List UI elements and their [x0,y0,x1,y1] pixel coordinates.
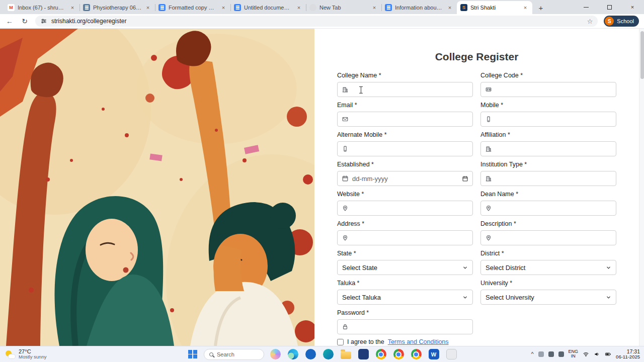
email-input[interactable] [337,112,473,127]
weather-widget[interactable]: 27°C Mostly sunny [5,348,46,360]
email-field[interactable] [352,116,468,123]
description-field[interactable] [496,234,612,242]
tab-physiotherapy-file[interactable]: Physiotherapy 06.11.2025 (1).al × [79,1,155,14]
field-established: Established * [337,161,473,186]
college-code-label: College Code * [480,72,616,79]
copilot-app-button[interactable] [269,348,282,361]
state-select-value: Select State [342,264,377,272]
password-label: Password * [337,309,473,316]
established-date-input[interactable] [337,171,473,186]
password-input[interactable] [337,319,473,334]
building-icon [485,175,492,182]
description-input[interactable] [480,230,616,245]
tab-close-icon[interactable]: × [144,5,151,11]
district-select[interactable]: Select District [480,260,616,275]
chrome-button-3[interactable] [410,348,423,361]
windows-logo-icon [188,350,197,359]
college-name-field[interactable] [352,86,468,94]
site-info-icon[interactable] [40,18,47,25]
taskbar-search[interactable]: Search [204,349,264,360]
browser-profile-chip[interactable]: S School [604,16,639,27]
tab-close-icon[interactable]: × [69,5,76,11]
edge-app-button[interactable] [286,348,299,361]
dean-name-input[interactable] [480,201,616,216]
envelope-icon [342,116,349,123]
url-text[interactable]: strishakti.org/collegeregister [51,18,583,25]
tab-gmail-inbox[interactable]: M Inbox (67) - shrunkhala.kaushik × [4,1,79,14]
taluka-select-value: Select Taluka [342,294,381,301]
address-input[interactable] [337,230,473,245]
website-field[interactable] [352,205,468,212]
page-content: College Register College Name * College … [0,29,644,346]
college-code-field[interactable] [496,86,612,94]
taluka-label: Taluka * [337,280,473,287]
file-explorer-button[interactable] [339,348,352,361]
tray-hidden-icon[interactable] [548,351,554,357]
terms-checkbox[interactable] [337,339,344,345]
tab-close-icon[interactable]: × [371,5,378,11]
state-select[interactable]: Select State [337,260,473,275]
alternate-mobile-field[interactable] [352,145,468,153]
dean-name-field[interactable] [496,205,612,212]
wifi-icon[interactable] [583,351,589,357]
tab-untitled-document[interactable]: Untitled document - Google D × [230,1,306,14]
start-button[interactable] [186,348,199,361]
field-institution-type: Institution Type * [480,161,616,186]
close-button[interactable]: × [621,0,644,14]
reload-icon[interactable]: ↻ [20,17,29,25]
tab-information-swayamsiddha[interactable]: Information about Swayamsidd × [381,1,457,14]
chrome-icon [376,349,386,359]
tray-hidden-icon[interactable] [558,351,564,357]
tab-title: Physiotherapy 06.11.2025 (1).al [93,5,141,11]
maximize-button[interactable] [598,0,621,14]
university-select[interactable]: Select University [480,290,616,305]
snip-tool-button[interactable] [445,348,458,361]
tab-formatted-copy[interactable]: Formatted copy of Physiothera × [155,1,230,14]
tab-close-icon[interactable]: × [295,5,302,11]
field-state: State * Select State [337,250,473,275]
tab-close-icon[interactable]: × [220,5,227,11]
tab-new-tab[interactable]: New Tab × [306,1,381,14]
taluka-select[interactable]: Select Taluka [337,290,473,305]
battery-icon[interactable] [605,351,611,357]
back-icon[interactable]: ← [5,17,14,25]
tab-title: Stri Shakti [470,5,519,11]
district-label: District * [480,250,616,257]
address-field[interactable] [352,234,468,242]
tab-close-icon[interactable]: × [446,5,453,11]
show-hidden-icons-button[interactable]: ^ [531,351,533,357]
minimize-button[interactable] [575,0,598,14]
affiliation-input[interactable] [480,141,616,156]
website-input[interactable] [337,201,473,216]
tab-stri-shakti-active[interactable]: S Stri Shakti × [457,1,532,14]
app-button-teal[interactable] [321,348,335,361]
affiliation-field[interactable] [496,145,612,153]
college-code-input[interactable] [480,82,616,97]
word-button[interactable]: W [427,348,440,361]
chrome-button-2[interactable] [392,348,405,361]
institution-type-field[interactable] [496,175,612,183]
institution-type-input[interactable] [480,171,616,186]
clock-widget[interactable]: 17:31 06-11-2025 [616,348,640,360]
new-tab-button[interactable]: + [534,1,547,14]
url-bar[interactable]: strishakti.org/collegeregister ☆ [35,16,598,27]
tab-close-icon[interactable]: × [522,5,529,11]
scrollbar-thumb[interactable] [640,31,644,79]
terms-link[interactable]: Terms and Conditions [388,338,449,345]
bookmark-star-icon[interactable]: ☆ [587,18,593,25]
mobile-field[interactable] [496,116,612,123]
alternate-mobile-input[interactable] [337,141,473,156]
password-field[interactable] [352,323,468,331]
page-scrollbar[interactable] [639,29,644,346]
chrome-button-1[interactable] [374,348,387,361]
date-picker-icon[interactable] [462,175,468,182]
state-label: State * [337,250,473,257]
app-button-blue[interactable] [304,348,317,361]
tray-hidden-icon[interactable] [538,351,544,357]
language-indicator[interactable]: ENG IN [569,349,579,359]
college-name-input[interactable] [337,82,473,97]
volume-icon[interactable] [594,351,600,357]
mobile-input[interactable] [480,112,616,127]
app-button-navy[interactable] [357,348,370,361]
established-date-field[interactable] [352,175,458,183]
